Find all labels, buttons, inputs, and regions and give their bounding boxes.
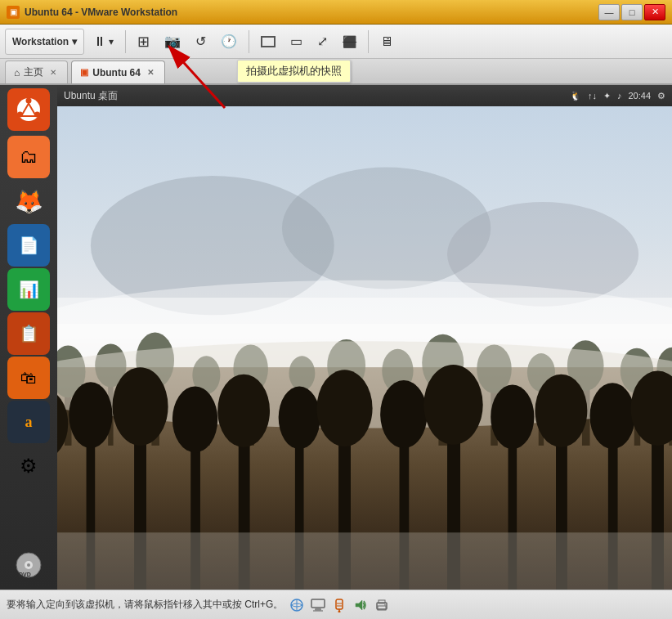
toolbar-separator-1 <box>125 30 126 53</box>
ubuntu-topbar: Ubuntu 桌面 🐧 ↑↓ ✦ ♪ 20:44 ⚙ <box>57 85 672 106</box>
ubuntu-tab-label: Ubuntu 64 <box>92 67 141 78</box>
preferences-icon: 🖥 <box>380 34 393 49</box>
pause-button[interactable]: ⏸ ▾ <box>87 29 119 55</box>
autofit2-button[interactable]: ⬛ <box>337 29 362 55</box>
svg-point-54 <box>172 387 217 453</box>
ubuntu-volume-icon: ♪ <box>617 91 622 101</box>
snapshot-revert-icon: ↺ <box>195 34 206 49</box>
vm-screen[interactable]: Ubuntu 桌面 🐧 ↑↓ ✦ ♪ 20:44 ⚙ <box>57 85 672 590</box>
svg-point-81 <box>338 610 341 612</box>
workstation-label: Workstation <box>12 36 69 47</box>
ubuntu-bluetooth-icon: ✦ <box>603 91 611 101</box>
toolbar: Workstation ▾ ⏸ ▾ ⊞ 📷 ↺ 🕐 ▭ ⤢ ⬛ 🖥 <box>0 25 672 59</box>
svg-point-50 <box>69 382 112 448</box>
maximize-button[interactable]: □ <box>621 4 643 20</box>
status-text: 要将输入定向到该虚拟机，请将鼠标指针移入其中或按 Ctrl+G。 <box>7 598 283 612</box>
ubuntu-topbar-right: 🐧 ↑↓ ✦ ♪ 20:44 ⚙ <box>570 91 665 101</box>
system-tools-icon[interactable]: ⚙ <box>7 445 50 487</box>
fullscreen-button[interactable] <box>255 29 281 55</box>
unity-button[interactable]: ▭ <box>284 29 308 55</box>
sound-icon[interactable] <box>352 596 370 614</box>
snapshot-clock-icon: 🕐 <box>221 34 237 49</box>
manage-vm-button[interactable]: ⊞ <box>132 29 155 55</box>
toolbar-separator-2 <box>249 30 249 53</box>
title-bar: ▣ Ubuntu 64 - VMware Workstation — □ ✕ <box>0 0 672 25</box>
snapshot-camera-icon: 📷 <box>164 34 181 49</box>
dropdown-arrow-icon: ▾ <box>72 36 77 47</box>
fullscreen-icon <box>261 36 276 47</box>
snapshot-tooltip: 拍摄此虚拟机的快照 <box>237 60 351 83</box>
ubuntu-settings-icon: ⚙ <box>657 91 665 101</box>
svg-point-60 <box>316 370 372 446</box>
svg-point-62 <box>380 380 427 448</box>
svg-point-68 <box>535 375 588 447</box>
svg-point-88 <box>384 604 386 606</box>
snapshot-revert-button[interactable]: ↺ <box>190 29 212 55</box>
ubuntu-logo-icon[interactable] <box>7 88 50 131</box>
svg-point-66 <box>491 384 534 449</box>
vm-area: 🗂 🦊 📄 📊 📋 🛍 a ⚙ DVD <box>0 85 672 590</box>
desktop-wallpaper <box>57 106 672 590</box>
workstation-menu-button[interactable]: Workstation ▾ <box>5 29 84 55</box>
pause-icon: ⏸ <box>93 34 106 49</box>
snapshot-take-button[interactable]: 📷 <box>159 29 186 55</box>
ubuntu-taskbar: 🗂 🦊 📄 📊 📋 🛍 a ⚙ DVD <box>0 85 57 590</box>
ubuntu-topbar-label: Ubuntu 桌面 <box>64 89 118 103</box>
svg-rect-76 <box>311 599 325 608</box>
home-tab-icon: ⌂ <box>14 67 20 78</box>
status-bar: 要将输入定向到该虚拟机，请将鼠标指针移入其中或按 Ctrl+G。 <box>0 590 672 619</box>
impress-icon[interactable]: 📋 <box>7 312 50 355</box>
svg-text:DVD: DVD <box>19 572 31 577</box>
home-tab-label: 主页 <box>24 65 43 79</box>
usb-icon[interactable] <box>330 596 348 614</box>
svg-point-58 <box>279 387 320 450</box>
app-icon: ▣ <box>7 6 20 19</box>
ubuntu-network-icon: ↑↓ <box>588 91 597 101</box>
manage-vm-icon: ⊞ <box>137 33 150 51</box>
ubuntu-topbar-left: Ubuntu 桌面 <box>64 89 118 103</box>
files-icon[interactable]: 🗂 <box>7 136 50 178</box>
pause-dropdown-icon: ▾ <box>109 36 114 47</box>
ubuntu-sysmon-icon: 🐧 <box>570 91 581 101</box>
toolbar-separator-3 <box>368 30 369 53</box>
ubuntu-tab-close[interactable]: ✕ <box>145 67 156 78</box>
snapshot-manager-button[interactable]: 🕐 <box>215 29 243 55</box>
home-tab-close[interactable]: ✕ <box>47 67 59 78</box>
ubuntu-clock: 20:44 <box>628 91 651 101</box>
svg-point-8 <box>27 563 30 567</box>
calc-icon[interactable]: 📊 <box>7 268 50 311</box>
unity-icon: ▭ <box>290 34 302 49</box>
printer-icon[interactable] <box>373 596 391 614</box>
svg-marker-84 <box>356 600 362 610</box>
svg-point-56 <box>217 375 270 447</box>
amazon-icon[interactable]: a <box>7 401 50 443</box>
dvd-icon[interactable]: DVD <box>7 544 50 586</box>
tab-home[interactable]: ⌂ 主页 ✕ <box>5 61 68 83</box>
window-title: Ubuntu 64 - VMware Workstation <box>25 7 598 18</box>
tab-ubuntu64[interactable]: ▣ Ubuntu 64 ✕ <box>71 61 165 83</box>
vm-network-icon[interactable] <box>309 596 327 614</box>
network-status-icon[interactable] <box>288 596 306 614</box>
minimize-button[interactable]: — <box>598 4 620 20</box>
svg-point-70 <box>590 383 635 449</box>
preferences-button[interactable]: 🖥 <box>374 29 399 55</box>
autofit2-icon: ⬛ <box>343 35 356 48</box>
landscape-svg <box>57 106 672 590</box>
status-icons <box>288 596 391 614</box>
autofit-button[interactable]: ⤢ <box>311 29 334 55</box>
close-button[interactable]: ✕ <box>644 4 665 20</box>
ubuntu-tab-icon: ▣ <box>80 67 88 78</box>
svg-point-64 <box>423 365 482 445</box>
firefox-icon[interactable]: 🦊 <box>7 180 50 222</box>
writer-icon[interactable]: 📄 <box>7 224 50 267</box>
svg-point-52 <box>113 367 168 446</box>
svg-rect-79 <box>336 599 343 609</box>
svg-rect-73 <box>57 532 672 590</box>
appstore-icon[interactable]: 🛍 <box>7 357 50 399</box>
autofit-icon: ⤢ <box>317 34 328 49</box>
window-controls: — □ ✕ <box>598 4 665 20</box>
